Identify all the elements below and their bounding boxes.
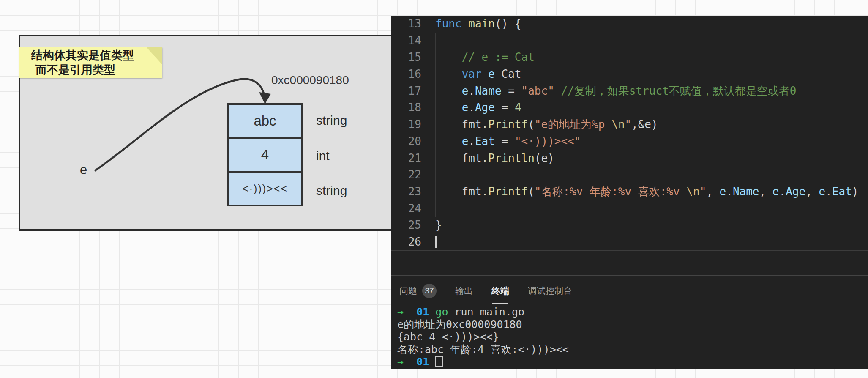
line-number: 20 bbox=[391, 133, 421, 150]
panel-tab-terminal[interactable]: 终端 bbox=[491, 285, 509, 297]
note-text-line2: 而不是引用类型 bbox=[19, 63, 162, 77]
code-text: // e := Cat bbox=[421, 49, 535, 66]
code-text: } bbox=[421, 217, 442, 234]
field-type-label: string bbox=[316, 113, 347, 128]
panel-tab-output[interactable]: 输出 bbox=[455, 285, 473, 297]
terminal-line: e的地址为0xc000090180 bbox=[397, 318, 868, 331]
terminal-line: → 01 go run main.go bbox=[397, 306, 868, 318]
code-text: e.Age = 4 bbox=[421, 99, 521, 116]
code-line[interactable]: 17 e.Name = "abc" //复制，如果struct不赋值，默认都是空… bbox=[391, 83, 868, 100]
tab-label: 问题 bbox=[399, 285, 417, 297]
code-text: e.Eat = "<·)))><<" bbox=[421, 133, 581, 150]
code-text bbox=[421, 234, 437, 251]
struct-field-eat: <·)))><< bbox=[227, 171, 303, 206]
line-number: 26 bbox=[391, 234, 421, 251]
screen: 结构体其实是值类型 而不是引用类型 0xc000090180 abc 4 <·)… bbox=[0, 0, 868, 378]
line-number: 19 bbox=[391, 116, 421, 133]
line-number: 23 bbox=[391, 184, 421, 200]
code-text: fmt.Printf("e的地址为%p \n",&e) bbox=[421, 116, 658, 133]
code-line[interactable]: 24 bbox=[391, 200, 868, 217]
code-text bbox=[421, 200, 435, 217]
field-type-label: int bbox=[316, 149, 330, 163]
bottom-panel-tabs: 问题37输出终端调试控制台 bbox=[391, 275, 868, 306]
tab-label: 终端 bbox=[491, 285, 509, 297]
code-area[interactable]: 13func main() {1415 // e := Cat16 var e … bbox=[391, 16, 868, 251]
terminal-line: 名称:abc 年龄:4 喜欢:<·)))><< bbox=[397, 343, 868, 356]
code-line[interactable]: 23 fmt.Printf("名称:%v 年龄:%v 喜欢:%v \n", e.… bbox=[391, 184, 868, 200]
code-text bbox=[421, 33, 435, 49]
file-link[interactable]: main.go bbox=[480, 306, 524, 318]
line-number: 13 bbox=[391, 16, 421, 33]
code-line[interactable]: 25} bbox=[391, 217, 868, 234]
code-text: func main() { bbox=[421, 16, 521, 33]
code-editor[interactable]: 13func main() {1415 // e := Cat16 var e … bbox=[391, 16, 868, 369]
code-text: fmt.Println(e) bbox=[421, 150, 554, 167]
code-line[interactable]: 19 fmt.Printf("e的地址为%p \n",&e) bbox=[391, 116, 868, 133]
indent-guide bbox=[435, 33, 436, 217]
code-text: fmt.Printf("名称:%v 年龄:%v 喜欢:%v \n", e.Nam… bbox=[421, 184, 858, 200]
code-line[interactable]: 26 bbox=[391, 234, 868, 251]
line-number: 15 bbox=[391, 49, 421, 66]
code-text: e.Name = "abc" //复制，如果struct不赋值，默认都是空或者0 bbox=[421, 83, 796, 100]
code-line[interactable]: 18 e.Age = 4 bbox=[391, 99, 868, 116]
field-type-label: string bbox=[316, 184, 347, 198]
code-line[interactable]: 16 var e Cat bbox=[391, 66, 868, 83]
code-line[interactable]: 13func main() { bbox=[391, 16, 868, 33]
code-text bbox=[421, 167, 435, 184]
line-number: 22 bbox=[391, 167, 421, 184]
struct-diagram: abc 4 <·)))><< bbox=[227, 103, 303, 206]
code-text: var e Cat bbox=[421, 66, 521, 83]
tab-label: 调试控制台 bbox=[528, 285, 572, 297]
terminal-cursor bbox=[435, 356, 443, 367]
line-number: 16 bbox=[391, 66, 421, 83]
terminal-line: → 01 bbox=[397, 356, 868, 368]
panel-tab-problems[interactable]: 问题37 bbox=[399, 284, 437, 298]
problems-count-badge: 37 bbox=[422, 284, 437, 298]
line-number: 24 bbox=[391, 200, 421, 217]
tab-label: 输出 bbox=[455, 285, 473, 297]
variable-e-label: e bbox=[80, 162, 87, 178]
sticky-note: 结构体其实是值类型 而不是引用类型 bbox=[19, 47, 162, 78]
line-number: 14 bbox=[391, 33, 421, 49]
prompt-arrow-icon: → bbox=[397, 306, 404, 318]
line-number: 25 bbox=[391, 217, 421, 234]
line-number: 18 bbox=[391, 99, 421, 116]
panel-tab-debug-console[interactable]: 调试控制台 bbox=[528, 285, 572, 297]
struct-field-name: abc bbox=[227, 103, 303, 139]
text-cursor bbox=[435, 236, 437, 248]
terminal-line: {abc 4 <·)))><<} bbox=[397, 331, 868, 343]
line-number: 17 bbox=[391, 83, 421, 100]
code-line[interactable]: 20 e.Eat = "<·)))><<" bbox=[391, 133, 868, 150]
code-line[interactable]: 22 bbox=[391, 167, 868, 184]
prompt-arrow-icon: → bbox=[397, 356, 404, 368]
struct-field-age: 4 bbox=[227, 137, 303, 173]
code-line[interactable]: 14 bbox=[391, 33, 868, 49]
note-text-line1: 结构体其实是值类型 bbox=[19, 47, 162, 63]
code-line[interactable]: 21 fmt.Println(e) bbox=[391, 150, 868, 167]
code-line[interactable]: 15 // e := Cat bbox=[391, 49, 868, 66]
line-number: 21 bbox=[391, 150, 421, 167]
terminal-output[interactable]: → 01 go run main.goe的地址为0xc000090180{abc… bbox=[397, 306, 868, 368]
memory-address-label: 0xc000090180 bbox=[271, 74, 349, 87]
